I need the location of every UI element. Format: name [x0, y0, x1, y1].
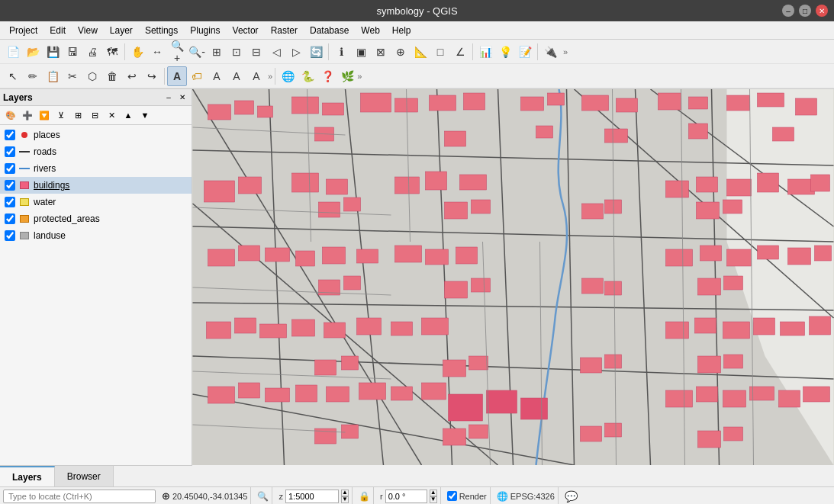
tb-atlas[interactable]: 🗺: [102, 42, 122, 62]
maximize-button[interactable]: □: [799, 5, 811, 17]
tb-measure-area[interactable]: □: [430, 42, 450, 62]
layer-tb-filter2[interactable]: ⊻: [53, 108, 69, 123]
tab-browser[interactable]: Browser: [55, 466, 114, 486]
close-button[interactable]: ✕: [816, 5, 828, 17]
tb-zoom-sel[interactable]: ⊡: [227, 42, 246, 62]
layers-close-btn[interactable]: ✕: [176, 91, 188, 104]
tab-layers[interactable]: Layers: [0, 466, 55, 486]
menu-help[interactable]: Help: [386, 24, 417, 37]
tb2-help[interactable]: ❓: [317, 66, 337, 86]
tb2-redo[interactable]: ↪: [142, 66, 162, 86]
tb-plugins[interactable]: 🔌: [540, 42, 560, 62]
menu-view[interactable]: View: [72, 24, 104, 37]
tb-select-location[interactable]: ⊕: [391, 42, 411, 62]
menu-database[interactable]: Database: [304, 24, 355, 37]
layer-tb-up[interactable]: ▲: [121, 108, 136, 123]
tb2-label-b[interactable]: 🏷: [187, 66, 207, 86]
tb2-cursor[interactable]: ↖: [3, 66, 23, 86]
layer-tb-remove[interactable]: ✕: [104, 108, 119, 123]
tb2-label-a[interactable]: A: [167, 66, 187, 86]
tb2-overflow[interactable]: »: [268, 72, 272, 81]
layer-tb-down[interactable]: ▼: [137, 108, 153, 123]
layer-checkbox-protected-areas[interactable]: [5, 213, 15, 224]
menu-raster[interactable]: Raster: [265, 24, 304, 37]
layer-item-landuse[interactable]: landuse: [0, 227, 192, 244]
rotation-spinner[interactable]: ▲ ▼: [430, 490, 437, 503]
tb-deselect[interactable]: ⊠: [371, 42, 391, 62]
tb2-label-e[interactable]: A: [246, 66, 266, 86]
layer-checkbox-landuse[interactable]: [5, 230, 15, 241]
tb-pan-sel[interactable]: ↔: [147, 42, 167, 62]
status-crs-section[interactable]: 🌐 EPSG:4326: [494, 487, 559, 504]
render-checkbox[interactable]: [447, 491, 457, 501]
layer-item-protected-areas[interactable]: protected_areas: [0, 210, 192, 227]
tb2-delete[interactable]: 🗑: [102, 66, 122, 86]
layer-item-buildings[interactable]: buildings: [0, 177, 192, 194]
tb2-browser[interactable]: 🌐: [278, 66, 298, 86]
tb-new[interactable]: 📄: [3, 42, 23, 62]
layer-checkbox-water[interactable]: [5, 197, 15, 207]
menu-project[interactable]: Project: [3, 24, 43, 37]
layer-tb-collapse[interactable]: ⊟: [87, 108, 102, 123]
tb-annotate[interactable]: 📝: [515, 42, 535, 62]
layer-checkbox-roads[interactable]: [5, 146, 15, 157]
scale-down-btn[interactable]: ▼: [341, 496, 349, 503]
menu-settings[interactable]: Settings: [139, 24, 184, 37]
layer-tb-open-layer-mgr[interactable]: 🎨: [3, 108, 18, 123]
layer-tb-filter[interactable]: 🔽: [37, 108, 52, 123]
tb-measure-angle[interactable]: ∠: [450, 42, 470, 62]
tb2-undo[interactable]: ↩: [122, 66, 142, 86]
tb-tip[interactable]: 💡: [495, 42, 515, 62]
tb2-overflow2[interactable]: »: [357, 72, 362, 81]
layers-minimize-btn[interactable]: –: [163, 91, 175, 104]
minimize-button[interactable]: –: [782, 5, 794, 17]
tb2-edit2[interactable]: 📋: [43, 66, 63, 86]
layer-item-water[interactable]: water: [0, 194, 192, 210]
status-messages-section[interactable]: 💬: [562, 487, 581, 504]
tb-saveas[interactable]: 🖫: [63, 42, 82, 62]
tb-layout[interactable]: 🖨: [82, 42, 102, 62]
tb2-edit-toggle[interactable]: ✏: [23, 66, 43, 86]
tb2-digitize[interactable]: ✂: [63, 66, 82, 86]
tb2-python[interactable]: 🐍: [298, 66, 317, 86]
tb-zoom-out[interactable]: 🔍-: [187, 42, 207, 62]
tb-zoom-full[interactable]: ⊞: [207, 42, 227, 62]
menu-vector[interactable]: Vector: [227, 24, 265, 37]
layer-item-roads[interactable]: roads: [0, 143, 192, 160]
tb-measure[interactable]: 📐: [411, 42, 430, 62]
lock-icon[interactable]: 🔒: [359, 491, 370, 502]
tb-select-feat[interactable]: ▣: [351, 42, 371, 62]
tb-save[interactable]: 💾: [43, 42, 63, 62]
rotation-input[interactable]: [385, 490, 427, 503]
tb-zoom-layer[interactable]: ⊟: [246, 42, 266, 62]
layer-item-places[interactable]: places: [0, 127, 192, 143]
tb-zoom-in[interactable]: 🔍+: [167, 42, 187, 62]
tb-open[interactable]: 📂: [23, 42, 43, 62]
tb2-label-c[interactable]: A: [207, 66, 227, 86]
tb-overflow[interactable]: »: [563, 47, 568, 56]
tb-identify[interactable]: ℹ: [331, 42, 351, 62]
scale-input[interactable]: [285, 490, 339, 503]
tb-pan[interactable]: ✋: [127, 42, 147, 62]
scale-spinner[interactable]: ▲ ▼: [341, 490, 349, 503]
menu-edit[interactable]: Edit: [43, 24, 72, 37]
layer-item-rivers[interactable]: rivers: [0, 160, 192, 177]
layer-tb-add[interactable]: ➕: [20, 108, 35, 123]
tb2-grass[interactable]: 🌿: [337, 66, 357, 86]
layer-checkbox-rivers[interactable]: [5, 163, 15, 174]
map-canvas[interactable]: [192, 89, 834, 465]
tb-refresh[interactable]: 🔄: [306, 42, 326, 62]
menu-layer[interactable]: Layer: [104, 24, 139, 37]
layer-tb-expand[interactable]: ⊞: [70, 108, 85, 123]
tb2-label-d[interactable]: A: [227, 66, 246, 86]
layer-checkbox-places[interactable]: [5, 130, 15, 140]
locator-input[interactable]: [3, 490, 156, 503]
menu-web[interactable]: Web: [355, 24, 385, 37]
tb-summary[interactable]: 📊: [475, 42, 495, 62]
tb-zoom-next[interactable]: ▷: [286, 42, 306, 62]
rotation-down-btn[interactable]: ▼: [430, 496, 437, 503]
tb2-node[interactable]: ⬡: [82, 66, 102, 86]
tb-zoom-last[interactable]: ◁: [266, 42, 286, 62]
layer-checkbox-buildings[interactable]: [5, 180, 15, 191]
menu-plugins[interactable]: Plugins: [184, 24, 226, 37]
